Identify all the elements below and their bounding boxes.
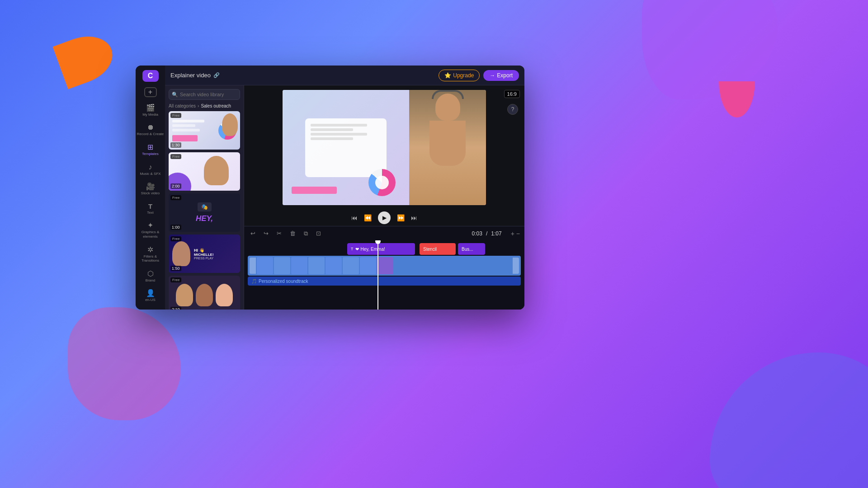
sidebar-item-stock-video[interactable]: 🎥 Stock video (136, 180, 165, 198)
presentation-graphic (305, 118, 387, 177)
search-box: 🔍 (165, 85, 244, 103)
go-to-end-button[interactable]: ⏭ (411, 214, 417, 221)
search-icon: 🔍 (172, 92, 178, 98)
zoom-out-button[interactable]: − (516, 230, 520, 237)
sidebar-label-stock-video: Stock video (141, 191, 160, 196)
duplicate-button[interactable]: ⊡ (314, 229, 323, 238)
zoom-in-button[interactable]: + (511, 230, 514, 237)
sidebar-label-brand: Brand (146, 278, 155, 283)
video-preview: 16:9 (244, 85, 524, 210)
pres-line-2 (311, 128, 353, 131)
sidebar-item-music[interactable]: ♪ Music & SFX (136, 161, 165, 179)
audio-track-content[interactable]: 🎵 Personalized soundtrack (248, 277, 521, 286)
template-card[interactable]: Free 2:10 (169, 276, 240, 310)
breadcrumb: All categories › Sales outreach (165, 103, 244, 111)
total-time: 1:07 (491, 230, 501, 237)
video-thumbnail (308, 257, 325, 274)
link-icon: 🔗 (213, 72, 220, 78)
person-bg (409, 90, 486, 205)
text-track: T ❤ Hey, Emma! Stencil Bus... (248, 243, 521, 255)
redo-button[interactable]: ↪ (262, 229, 270, 238)
free-badge: Free (170, 195, 181, 200)
sidebar-item-user[interactable]: 👤 en-US (145, 287, 156, 305)
donut-chart (368, 169, 396, 196)
person-silhouette (418, 94, 477, 202)
template-duration: 1:00 (170, 225, 181, 230)
template-duration: 1:50 (170, 266, 181, 271)
track-handle-left (250, 258, 256, 274)
person-head (435, 94, 460, 121)
video-thumbnail (326, 257, 342, 274)
video-right-panel (409, 90, 486, 205)
upgrade-button[interactable]: ⭐ Upgrade (439, 70, 480, 81)
template-card[interactable]: HI 👋 MICHELLE! PRESS PLAY Free 1:50 (169, 235, 240, 273)
sidebar: C + 🎬 My Media ⏺ Record & Create ⊞ Templ… (136, 66, 165, 310)
bg-decoration-orange (53, 28, 119, 89)
sidebar-item-my-media[interactable]: 🎬 My Media (136, 102, 165, 120)
template-list: Free 1:30 Free 2:00 (165, 111, 244, 310)
undo-button[interactable]: ↩ (249, 229, 257, 238)
stock-video-icon: 🎥 (146, 183, 155, 190)
breadcrumb-all[interactable]: All categories (169, 103, 196, 108)
delete-button[interactable]: 🗑 (288, 229, 297, 238)
video-thumbnail (377, 257, 393, 274)
brand-icon: ⬡ (147, 270, 154, 277)
sidebar-item-text[interactable]: T Text (136, 200, 165, 218)
step-back-button[interactable]: ⏪ (364, 214, 372, 221)
sidebar-item-filters[interactable]: ✲ Filters & Transitions (136, 244, 165, 266)
free-badge: Free (170, 154, 181, 159)
sidebar-user-label: en-US (145, 298, 156, 302)
text-icon-small: T (351, 247, 354, 251)
timeline-toolbar: ↩ ↪ ✂ 🗑 ⧉ ⊡ 0:03 / 1:07 + − (244, 226, 524, 240)
zoom-controls: + − (511, 230, 520, 237)
template-card[interactable]: Free 1:30 (169, 111, 240, 150)
bg-decoration-1 (642, 0, 778, 99)
media-icon: 🎬 (146, 104, 155, 112)
person-body (429, 121, 466, 166)
current-time: 0:03 (472, 230, 482, 237)
sidebar-label-music: Music & SFX (140, 172, 160, 176)
breadcrumb-current: Sales outreach (201, 103, 231, 108)
step-forward-button[interactable]: ⏩ (397, 214, 405, 221)
export-button[interactable]: → Export (483, 70, 519, 81)
template-card[interactable]: 🎭 HEY, Free 1:00 (169, 193, 240, 232)
arrow-right-icon: → (490, 72, 495, 79)
sidebar-item-brand[interactable]: ⬡ Brand (136, 267, 165, 286)
sidebar-item-graphics[interactable]: ✦ Graphics & elements (136, 219, 165, 241)
sidebar-item-templates[interactable]: ⊞ Templates (136, 141, 165, 159)
video-thumbnail (274, 257, 290, 274)
copy-button[interactable]: ⧉ (302, 229, 310, 238)
playhead[interactable] (377, 240, 378, 310)
play-button[interactable]: ▶ (378, 211, 391, 224)
timeline-tracks: T ❤ Hey, Emma! Stencil Bus... (244, 240, 524, 310)
go-to-start-button[interactable]: ⏮ (351, 214, 358, 221)
free-badge: Free (170, 236, 181, 241)
stencil-label: Stencil (423, 247, 437, 252)
help-button[interactable]: ? (507, 104, 518, 115)
top-bar-actions: ⭐ Upgrade → Export (439, 70, 519, 81)
timeline: ↩ ↪ ✂ 🗑 ⧉ ⊡ 0:03 / 1:07 + − (244, 226, 524, 310)
templates-icon: ⊞ (147, 144, 153, 151)
audio-label: Personalized soundtrack (259, 279, 308, 284)
search-input[interactable] (169, 89, 240, 100)
template-card[interactable]: Free 2:00 (169, 152, 240, 191)
cut-button[interactable]: ✂ (275, 229, 283, 238)
text-segment-stencil[interactable]: Stencil (420, 243, 456, 255)
bus-label: Bus... (462, 247, 473, 252)
text-segment-hey-emma[interactable]: T ❤ Hey, Emma! (347, 243, 415, 255)
track-handle-right (513, 258, 519, 274)
text-segment-bus[interactable]: Bus... (458, 243, 485, 255)
project-name: Explainer video 🔗 (170, 72, 220, 79)
music-note-icon: 🎵 (251, 279, 257, 284)
video-thumbnail (291, 257, 307, 274)
video-track-content[interactable] (248, 256, 521, 276)
sidebar-item-record[interactable]: ⏺ Record & Create (136, 121, 165, 139)
free-badge: Free (170, 277, 181, 282)
video-left-panel (283, 90, 409, 205)
add-button[interactable]: + (144, 87, 157, 97)
sidebar-label-record: Record & Create (137, 132, 164, 136)
top-bar: Explainer video 🔗 ⭐ Upgrade → Export (165, 66, 524, 85)
template-duration: 2:10 (170, 307, 181, 310)
pres-line-4 (311, 137, 353, 140)
pres-line-3 (311, 133, 367, 136)
